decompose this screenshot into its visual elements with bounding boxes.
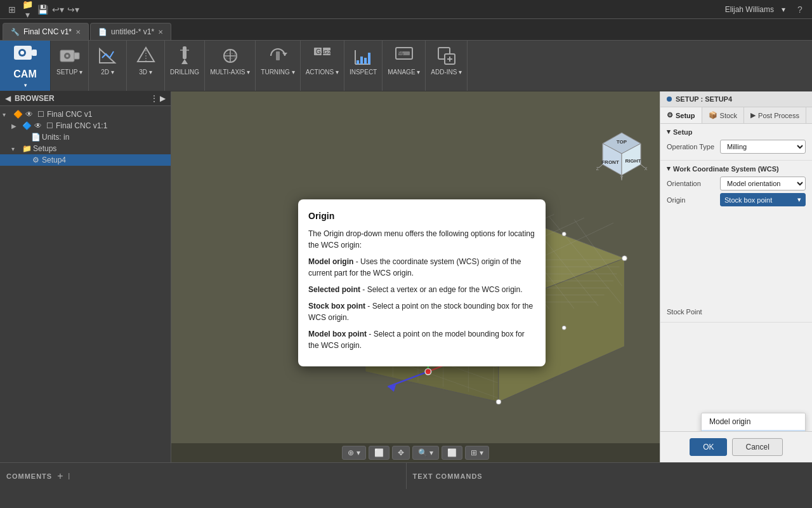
properties-actions: OK Cancel <box>660 431 812 462</box>
svg-line-101 <box>599 164 603 168</box>
operation-type-select[interactable]: Milling <box>720 140 806 154</box>
user-name: Elijah Williams <box>725 5 774 14</box>
tooltip-model-box: Model box point - Select a point on the … <box>308 328 535 351</box>
origin-select[interactable]: Stock box point ▾ <box>720 193 806 206</box>
orientation-row: Orientation Model orientation <box>667 177 806 190</box>
multi-axis-label: MULTI-AXIS ▾ <box>210 69 250 76</box>
multi-axis-svg <box>219 45 241 67</box>
tree-label-setup4: Setup4 <box>42 156 66 164</box>
display-button[interactable]: ⬜ <box>442 446 462 460</box>
browser-expand-icon[interactable]: ▶ <box>160 94 166 103</box>
svg-text:TOP: TOP <box>617 139 627 145</box>
tree-item-setup4[interactable]: ⚙ Setup4 <box>0 154 171 166</box>
3d-svg <box>135 45 157 67</box>
browser-options-icon[interactable]: ⋮ <box>150 94 158 103</box>
setup-section: ▾ Setup Operation Type Milling <box>660 124 812 161</box>
browser-collapse-left-icon[interactable]: ◀ <box>5 94 11 103</box>
svg-marker-20 <box>282 53 287 56</box>
comments-expand-icon[interactable]: | <box>69 472 70 479</box>
tab-close-1[interactable]: ✕ <box>75 29 81 36</box>
tree-item-root[interactable]: ▾ 🔶 👁 ☐ Final CNC v1 <box>0 109 171 120</box>
tooltip-term-1: Selected point <box>308 285 360 294</box>
cam-icon <box>13 43 38 66</box>
setup-section-header[interactable]: ▾ Setup <box>667 128 806 136</box>
browser-title: BROWSER <box>15 94 55 103</box>
prop-tab-stock[interactable]: 📦 Stock <box>702 107 745 123</box>
toolbar-manage[interactable]: % MANAGE ▾ <box>383 41 426 91</box>
fit-button[interactable]: ⬜ <box>369 446 390 460</box>
prop-tab-stock-icon: 📦 <box>709 111 717 119</box>
add-ins-svg <box>436 45 457 67</box>
tab-label-2: untitled-* v1* <box>111 27 154 36</box>
viewport[interactable]: Z TOP F <box>171 91 660 462</box>
tree-eye-cnc11[interactable]: 👁 <box>33 121 43 130</box>
prop-tab-stock-label: Stock <box>720 112 738 119</box>
cam-button[interactable]: CAM ▾ <box>0 41 51 91</box>
pan-button[interactable]: ✥ <box>392 446 410 460</box>
dropdown-model-origin[interactable]: Model origin <box>702 413 805 430</box>
comments-add-icon[interactable]: + <box>57 471 63 482</box>
help-button[interactable]: ? <box>793 3 807 17</box>
tooltip-term-0: Model origin <box>308 257 353 266</box>
toolbar-multi-axis[interactable]: MULTI-AXIS ▾ <box>205 41 256 91</box>
svg-text:%: % <box>398 50 403 57</box>
tree-icon-root: 🔶 <box>13 110 23 119</box>
setup-arrow: ▾ <box>79 69 82 76</box>
inspect-icon <box>352 44 375 67</box>
tree-arrow-root: ▾ <box>3 111 11 118</box>
stock-point-row: Stock Point <box>667 308 806 316</box>
toolbar-inspect[interactable]: INSPECT <box>344 41 383 91</box>
add-ins-icon <box>435 44 458 67</box>
snap-button[interactable]: ⊕ ▾ <box>342 446 365 460</box>
3d-label: 3D ▾ <box>139 69 152 76</box>
properties-status-dot <box>667 97 672 102</box>
file-button[interactable]: 📁▾ <box>20 3 34 17</box>
save-button[interactable]: 💾 <box>36 3 49 17</box>
svg-text:Y: Y <box>620 175 624 180</box>
toolbar-setup[interactable]: SETUP ▾ <box>51 41 89 91</box>
toolbar-drilling[interactable]: DRILLING <box>165 41 205 91</box>
svg-point-84 <box>622 256 627 261</box>
toolbar-2d[interactable]: 2D ▾ <box>89 41 127 91</box>
operation-type-label: Operation Type <box>667 143 717 150</box>
prop-tab-post[interactable]: ▶ Post Process <box>744 107 806 123</box>
toolbar-turning[interactable]: TURNING ▾ <box>256 41 300 91</box>
toolbar-3d[interactable]: 3D ▾ <box>127 41 165 91</box>
toolbar-actions[interactable]: G1 G2 ACTIONS ▾ <box>301 41 344 91</box>
tab-untitled[interactable]: 📄 untitled-* v1* ✕ <box>90 23 171 40</box>
tab-final-cnc[interactable]: 🔧 Final CNC v1* ✕ <box>3 23 89 40</box>
cancel-button[interactable]: Cancel <box>732 438 782 456</box>
undo-button[interactable]: ↩▾ <box>51 3 65 17</box>
dropdown-selected-point[interactable]: Selected point <box>702 430 805 431</box>
orientation-select[interactable]: Model orientation <box>720 177 806 190</box>
tree-eye-root[interactable]: 👁 <box>24 110 34 119</box>
tree-item-units[interactable]: 📄 Units: in <box>0 131 171 143</box>
ok-button[interactable]: OK <box>690 438 727 456</box>
redo-button[interactable]: ↪▾ <box>66 3 80 17</box>
toolbar-spacer <box>468 41 812 91</box>
zoom-button[interactable]: 🔍 ▾ <box>412 446 439 460</box>
apps-button[interactable]: ⊞ <box>5 3 19 17</box>
toolbar-add-ins[interactable]: ADD-INS ▾ <box>426 41 468 91</box>
tree-label-root: Final CNC v1 <box>47 110 92 119</box>
navigation-gizmo[interactable]: TOP FRONT RIGHT Y Z X <box>596 130 647 180</box>
prop-tab-setup[interactable]: ⚙ Setup <box>660 107 702 123</box>
svg-text:Z: Z <box>596 166 599 171</box>
tooltip-term-2: Stock box point <box>308 302 365 311</box>
browser-header: ◀ BROWSER ⋮ ▶ <box>0 91 171 106</box>
user-dropdown-icon[interactable]: ▾ <box>782 5 785 14</box>
setup-section-label: Setup <box>673 128 693 136</box>
tree-item-cnc11[interactable]: ▶ 🔷 👁 ☐ Final CNC v1:1 <box>0 120 171 131</box>
main-toolbar: CAM ▾ SETUP ▾ 2D ▾ <box>0 41 812 91</box>
grid-button[interactable]: ⊞ ▾ <box>465 446 488 460</box>
svg-text:FRONT: FRONT <box>601 159 619 165</box>
tab-close-2[interactable]: ✕ <box>158 29 163 36</box>
manage-label: MANAGE ▾ <box>388 69 420 76</box>
svg-marker-10 <box>138 48 154 62</box>
wcs-section-header[interactable]: ▾ Work Coordinate System (WCS) <box>667 164 806 173</box>
tree-item-setups[interactable]: ▾ 📁 Setups <box>0 143 171 154</box>
tooltip-title: Origin <box>308 210 535 223</box>
cam-dropdown-icon: ▾ <box>24 83 27 88</box>
origin-tooltip: Origin The Origin drop-down menu offers … <box>298 199 546 366</box>
tooltip-desc-1: - Select a vertex or an edge for the WCS… <box>362 285 522 294</box>
